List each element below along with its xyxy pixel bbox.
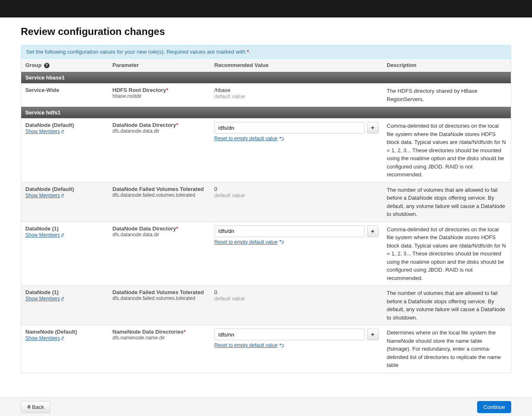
group-name: DataNode (1)	[25, 225, 104, 232]
value-static: 0	[214, 289, 379, 295]
description: The HDFS directory shared by HBase Regio…	[387, 87, 507, 103]
table-row: DataNode (Default) Show Members DataNode…	[21, 119, 511, 183]
param-name: DataNode Failed Volumes Tolerated	[113, 289, 206, 295]
undo-icon	[279, 136, 284, 141]
help-icon[interactable]: ?	[44, 63, 49, 68]
param-key: dfs.datanode.failed.volumes.tolerated	[113, 295, 206, 301]
param-key: dfs.namenode.name.dir	[113, 335, 206, 341]
banner-period: .	[249, 49, 251, 55]
reset-link[interactable]: Reset to empty default value	[214, 136, 284, 141]
col-header-group: Group ?	[21, 59, 108, 72]
table-header-row: Group ? Parameter Recommended Value Desc…	[21, 59, 511, 72]
value-static: /hbase	[214, 87, 379, 93]
show-members-link[interactable]: Show Members	[25, 129, 65, 134]
param-key: hbase.rootdir	[113, 93, 206, 99]
external-link-icon	[61, 193, 65, 198]
external-link-icon	[61, 297, 65, 301]
external-link-icon	[61, 336, 65, 340]
data-directory-input[interactable]	[214, 122, 365, 134]
plus-icon: +	[371, 124, 374, 131]
continue-button[interactable]: Continue	[477, 401, 511, 406]
plus-icon: +	[371, 331, 374, 338]
data-directory-input[interactable]	[214, 329, 365, 340]
value-default-label: default value	[214, 93, 379, 99]
plus-icon: +	[371, 228, 374, 235]
external-link-icon	[61, 129, 65, 134]
add-button[interactable]: +	[367, 329, 379, 340]
config-table: Group ? Parameter Recommended Value Desc…	[21, 59, 511, 373]
table-row: DataNode (1) Show Members DataNode Faile…	[21, 286, 511, 325]
table-row: DataNode (Default) Show Members DataNode…	[21, 182, 511, 222]
description: The number of volumes that are allowed t…	[387, 186, 507, 218]
value-default-label: default value	[214, 192, 379, 198]
reset-link[interactable]: Reset to empty default value	[214, 342, 284, 348]
undo-icon	[279, 240, 284, 244]
param-name: NameNode Data Directories*	[113, 329, 206, 335]
value-default-label: default value	[214, 295, 379, 302]
add-button[interactable]: +	[367, 225, 379, 237]
back-icon	[27, 405, 30, 406]
top-bar	[0, 0, 532, 17]
param-key: dfs.datanode.failed.volumes.tolerated	[113, 192, 206, 198]
param-key: dfs.datanode.data.dir	[113, 128, 206, 134]
show-members-link[interactable]: Show Members	[25, 232, 65, 238]
table-row: Service-Wide HDFS Root Directory* hbase.…	[21, 84, 511, 107]
group-name: DataNode (Default)	[25, 122, 104, 128]
main-container: Review configuration changes Set the fol…	[0, 17, 532, 406]
external-link-icon	[61, 233, 65, 237]
reset-link[interactable]: Reset to empty default value	[214, 239, 284, 245]
banner-text: Set the following configuration values f…	[26, 49, 247, 55]
description: Comma-delimited list of directories on t…	[387, 225, 507, 282]
service-header-hbase1: Service hbase1	[21, 72, 511, 84]
add-button[interactable]: +	[367, 122, 379, 134]
param-name: DataNode Data Directory*	[113, 122, 206, 128]
required-asterisk: *	[176, 122, 178, 128]
param-key: dfs.datanode.data.dir	[113, 232, 206, 238]
col-header-parameter: Parameter	[108, 59, 210, 72]
info-banner: Set the following configuration values f…	[21, 45, 511, 59]
footer-bar: Back Continue	[0, 397, 532, 406]
group-name: DataNode (Default)	[25, 186, 104, 192]
col-header-description: Description	[383, 59, 511, 72]
description: Determines where on the local file syste…	[387, 329, 507, 369]
show-members-link[interactable]: Show Members	[25, 193, 65, 198]
param-name: DataNode Failed Volumes Tolerated	[113, 186, 206, 192]
show-members-link[interactable]: Show Members	[25, 335, 65, 341]
table-row: NameNode (Default) Show Members NameNode…	[21, 325, 511, 373]
col-header-value: Recommended Value	[210, 59, 383, 72]
description: Comma-delimited list of directories on t…	[387, 122, 507, 179]
table-row: DataNode (1) Show Members DataNode Data …	[21, 222, 511, 286]
description: The number of volumes that are allowed t…	[387, 289, 507, 322]
group-name: DataNode (1)	[25, 289, 104, 295]
group-name: Service-Wide	[25, 87, 104, 93]
group-name: NameNode (Default)	[25, 329, 104, 335]
data-directory-input[interactable]	[214, 225, 365, 237]
required-asterisk: *	[184, 329, 186, 335]
value-static: 0	[214, 186, 379, 192]
back-button[interactable]: Back	[21, 401, 50, 406]
required-asterisk: *	[166, 87, 168, 93]
param-name: DataNode Data Directory*	[113, 225, 206, 232]
page-title: Review configuration changes	[21, 26, 511, 37]
param-name: HDFS Root Directory*	[113, 87, 206, 93]
service-header-hdfs1: Service hdfs1	[21, 107, 511, 119]
undo-icon	[279, 343, 284, 348]
required-asterisk: *	[176, 225, 178, 232]
show-members-link[interactable]: Show Members	[25, 296, 65, 302]
